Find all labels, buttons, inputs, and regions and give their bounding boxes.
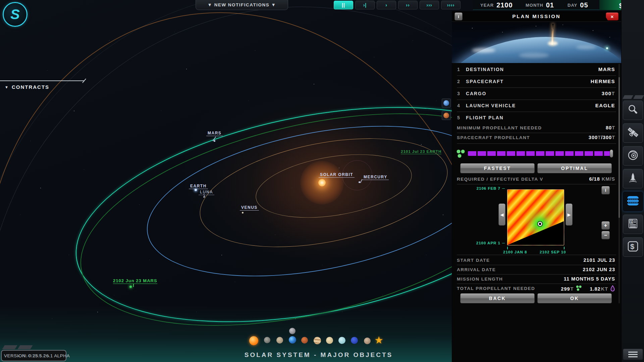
panel-scrollbar-thumb[interactable] — [619, 77, 620, 218]
zoom-out-button[interactable]: − — [601, 231, 610, 239]
neptune-icon[interactable] — [351, 337, 358, 344]
previous-window-button[interactable]: ◀ — [498, 203, 505, 226]
main-menu-button[interactable] — [623, 349, 643, 360]
arrival-date-value: 2102 JUN 23 — [583, 267, 615, 272]
uranus-icon[interactable] — [338, 337, 345, 344]
earth-icon[interactable] — [289, 336, 296, 344]
propellant-slider-bar[interactable] — [468, 151, 611, 156]
pluto-icon[interactable] — [364, 338, 371, 344]
porkchop-y-max-label: 2106 FEB 7 — [454, 186, 505, 190]
bank-dollar-icon: $ — [627, 240, 639, 254]
spacecraft-propellant-value: 300T/300T — [589, 135, 615, 140]
next-window-button[interactable]: ▶ — [566, 203, 573, 226]
map-label-luna[interactable]: LUNA — [199, 190, 214, 195]
venus-icon[interactable] — [276, 337, 283, 344]
fast-speed-button[interactable]: ›› — [398, 1, 418, 9]
mars-position-dot — [214, 140, 215, 142]
earth-shortcut-button[interactable] — [442, 99, 451, 108]
arrival-tick — [133, 284, 134, 287]
arrival-marker-label: 2102 Jun 23 MARS — [113, 278, 157, 284]
search-tool-button[interactable] — [623, 101, 643, 120]
step-row-flight-plan[interactable]: 5 FLIGHT PLAN — [452, 112, 621, 124]
start-date-value: 2101 JUL 23 — [583, 257, 615, 263]
step-forward-button[interactable]: ›| — [355, 1, 375, 9]
step-value: 300T — [602, 90, 615, 96]
rocket-icon — [627, 172, 639, 185]
step-value: EAGLE — [595, 103, 615, 108]
moon-icon[interactable] — [289, 328, 296, 334]
arrival-position-dot — [129, 286, 132, 288]
selected-launch-window-marker[interactable] — [538, 222, 542, 226]
min-propellant-label: MINIMUM PROPELLANT NEEDED — [457, 125, 542, 130]
contracts-dropdown[interactable]: ▼ CONTRACTS — [5, 84, 49, 90]
mars-shortcut-button[interactable] — [442, 111, 451, 120]
separator — [457, 143, 616, 144]
separator — [457, 265, 616, 265]
chevron-down-icon: ▼ — [5, 85, 9, 89]
toolbar-tab-decor-2 — [633, 95, 644, 99]
orbits-button[interactable] — [623, 146, 643, 166]
step-row-destination[interactable]: 1 DESTINATION MARS — [452, 64, 621, 75]
finance-report-button[interactable]: $ — [623, 215, 643, 234]
contracts-label: CONTRACTS — [12, 84, 49, 90]
hamburger-icon — [628, 352, 638, 353]
map-label-mercury[interactable]: MERCURY — [362, 175, 389, 180]
contracts-divider — [0, 80, 85, 81]
saturn-icon[interactable] — [326, 337, 333, 344]
mission-film-icon — [626, 194, 640, 209]
propellant-droplet-icon — [610, 285, 615, 293]
mercury-icon[interactable] — [264, 337, 270, 343]
optimal-button[interactable]: OPTIMAL — [537, 163, 612, 173]
map-label-earth[interactable]: EARTH — [189, 184, 208, 189]
earth-mini-icon — [443, 100, 449, 106]
propellant-resource-icon — [456, 149, 466, 161]
spacecraft-propellant-label: SPACECRAFT PROPELLANT — [457, 135, 530, 140]
porkchop-x-tick-right — [564, 247, 565, 249]
mars-mini-icon — [443, 113, 449, 118]
starfield-large — [0, 0, 1, 1]
launch-button[interactable] — [623, 169, 643, 188]
panel-title: PLAN MISSION — [452, 11, 621, 22]
sun-icon[interactable] — [249, 336, 258, 345]
missions-button-selected[interactable] — [623, 192, 643, 211]
propellant-slider-handle[interactable] — [610, 149, 613, 158]
satellites-button[interactable] — [623, 123, 643, 143]
separator — [457, 184, 616, 184]
map-title: SOLAR SYSTEM - MAJOR OBJECTS — [201, 351, 436, 359]
step-label: CARGO — [466, 91, 486, 96]
mars-icon[interactable] — [301, 337, 308, 344]
back-button[interactable]: BACK — [460, 293, 535, 303]
jupiter-icon[interactable] — [314, 337, 321, 344]
play-button[interactable]: › — [377, 1, 396, 9]
plan-mission-panel: PLAN MISSION i × 1 DESTINATION MARS 2 SP… — [452, 0, 621, 362]
step-row-cargo[interactable]: 3 CARGO 300T — [452, 88, 621, 100]
zoom-in-button[interactable]: + — [601, 221, 610, 230]
porkchop-x-min-label: 2100 JAN 8 — [503, 250, 527, 254]
ok-button[interactable]: OK — [537, 293, 612, 303]
step-label: DESTINATION — [466, 67, 504, 72]
game-logo[interactable]: S — [3, 2, 28, 27]
step-value: HERMES — [591, 78, 615, 84]
resource-green-icon — [576, 285, 582, 293]
faster-speed-button[interactable]: ››› — [420, 1, 439, 9]
panel-scrollbar[interactable] — [619, 64, 620, 303]
close-button[interactable]: × — [606, 12, 619, 20]
porkchop-info-button[interactable]: i — [601, 186, 610, 194]
porkchop-plot[interactable] — [507, 189, 564, 245]
favorite-star-icon[interactable]: ★ — [374, 334, 383, 346]
sun[interactable] — [318, 179, 326, 186]
earth-position-dot — [195, 189, 197, 191]
fastest-button[interactable]: FASTEST — [460, 163, 535, 173]
notifications-dropdown[interactable]: ▼ NEW NOTIFICATIONS ▼ — [196, 0, 288, 10]
arrival-date-label: ARRIVAL DATE — [457, 267, 496, 272]
mission-hero-image — [452, 22, 621, 63]
step-row-spacecraft[interactable]: 2 SPACECRAFT HERMES — [452, 76, 621, 87]
info-button[interactable]: i — [454, 12, 463, 20]
map-label-mars[interactable]: MARS — [206, 131, 223, 136]
step-row-launch-vehicle[interactable]: 4 LAUNCH VEHICLE EAGLE — [452, 100, 621, 112]
map-label-solar-orbit[interactable]: SOLAR ORBIT — [319, 172, 355, 178]
pause-button[interactable]: || — [334, 1, 353, 9]
map-label-venus[interactable]: VENUS — [240, 205, 259, 210]
bank-button[interactable]: $ — [623, 237, 643, 257]
delta-v-label: REQUIRED / EFFECTIVE DELTA V — [457, 177, 543, 182]
